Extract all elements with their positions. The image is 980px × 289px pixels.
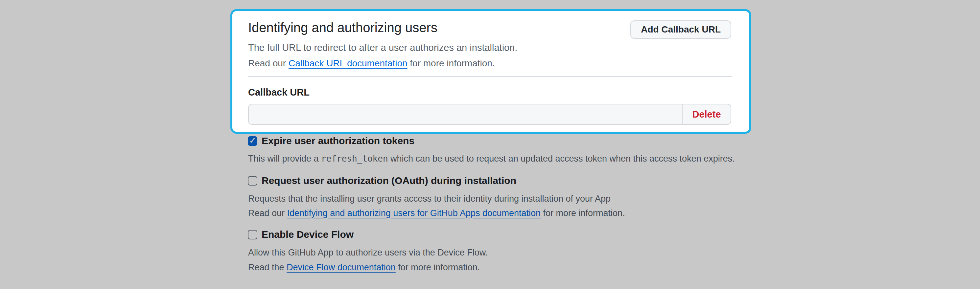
callback-url-input[interactable] — [248, 104, 682, 125]
section-subtitle: The full URL to redirect to after a user… — [248, 42, 733, 53]
callback-docs-link[interactable]: Callback URL documentation — [288, 58, 407, 68]
add-callback-url-button[interactable]: Add Callback URL — [630, 21, 731, 39]
callback-doc-note: Read our Callback URL documentation for … — [248, 58, 733, 69]
callback-url-field-label: Callback URL — [248, 87, 733, 98]
note-text: Read our — [248, 58, 288, 68]
callback-url-input-group: Delete — [248, 104, 731, 125]
note-text: for more information. — [407, 58, 495, 68]
github-app-settings-page: ✓ Expire user authorization tokens This … — [0, 0, 980, 289]
callback-url-highlight-card: Add Callback URL Identifying and authori… — [231, 9, 751, 134]
section-divider — [248, 76, 732, 77]
delete-callback-url-button[interactable]: Delete — [682, 104, 731, 125]
